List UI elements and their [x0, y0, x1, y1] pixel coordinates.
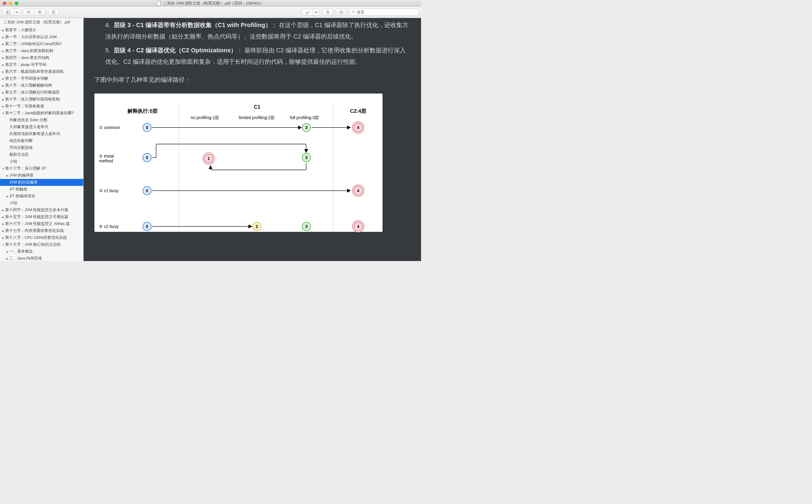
toc-item-label: 第十节：深入理解垃圾回收机制 [5, 97, 60, 102]
highlight-button[interactable] [302, 9, 313, 15]
toc-item[interactable]: ▶第五节：javap 与字节码 [0, 61, 83, 68]
sidebar-toggle-button[interactable] [3, 9, 14, 15]
disclosure-closed-icon[interactable]: ▶ [2, 70, 5, 73]
toc-item-label: JIT 的编译优化 [9, 194, 35, 199]
disclosure-closed-icon[interactable]: ▶ [2, 57, 5, 59]
markup-button[interactable] [336, 9, 347, 16]
window-titlebar: 二哥的 JVM 进阶之路（暗黑完整）.pdf（页码：258/402） [0, 0, 421, 7]
outline-sidebar[interactable]: 二哥的 JVM 进阶之路（暗黑完整）.pdf ▶第零节：小册简介▶第一节：大白话… [0, 18, 84, 261]
toc-item[interactable]: JVM 的分层编译 [0, 179, 83, 186]
toc-item-label: 第十五节：JVM 性能监控之可视化篇 [5, 214, 68, 220]
toc-item[interactable]: ▶第二节：JVM如何运行Java代码? [0, 41, 83, 48]
disclosure-closed-icon[interactable]: ▶ [2, 50, 5, 52]
toc-item[interactable]: ▶第十七节：内存泄露排查优化实战 [0, 227, 83, 234]
toc-item[interactable]: ▶第八节：深入理解栈帧结构 [0, 82, 83, 89]
svg-line-14 [354, 13, 355, 13]
toc-item[interactable]: ▶第十节：深入理解垃圾回收机制 [0, 96, 83, 103]
toc-item-label: 第十一节：垃圾收集器 [5, 104, 44, 109]
disclosure-closed-icon[interactable]: ▶ [6, 257, 9, 260]
toc-item-label: 第一节：大白话带你认识 JVM [5, 35, 57, 40]
disclosure-open-icon[interactable]: ▼ [2, 112, 5, 115]
search-field[interactable] [349, 9, 419, 16]
toc-item-label: 第十七节：内存泄露排查优化实战 [5, 228, 64, 233]
disclosure-closed-icon[interactable]: ▶ [2, 77, 5, 80]
toc-item-label: 栈和方法区 [9, 152, 29, 157]
disclosure-closed-icon[interactable]: ▶ [2, 236, 5, 239]
window-title: 二哥的 JVM 进阶之路（暗黑完整）.pdf（页码：258/402） [0, 1, 421, 6]
toc-item[interactable]: ▶第十五节：JVM 性能监控之可视化篇 [0, 214, 83, 220]
toc-item[interactable]: ▼第十三节：深入理解 JIT [0, 165, 83, 172]
toc-item[interactable]: ▶第十六节：JVM 性能监控之 Arthas 篇 [0, 220, 83, 227]
toc-item-label: 长期存活的对象将进入老年代 [9, 131, 60, 137]
toc-item[interactable]: ▶一、基本概念 [0, 248, 83, 255]
disclosure-closed-icon[interactable]: ▶ [2, 216, 5, 218]
toc-item[interactable]: ▶第九节：深入理解运行时数据区 [0, 89, 83, 96]
sidebar-dropdown-button[interactable] [14, 9, 20, 15]
toc-item-label: 空间分配担保 [9, 145, 33, 150]
toc-item-label: 第十三节：深入理解 JIT [5, 166, 47, 171]
toc-item[interactable]: 小结 [0, 200, 83, 207]
share-button[interactable] [48, 9, 59, 16]
disclosure-closed-icon[interactable]: ▶ [2, 98, 5, 101]
toc-item-label: 小结 [9, 159, 17, 164]
toc-item[interactable]: ▶第一节：大白话带你认识 JVM [0, 34, 83, 41]
toc-item[interactable]: ▼第十二节：Java创建的对象到底放在哪? [0, 110, 83, 117]
toc-item[interactable]: 长期存活的对象将进入老年代 [0, 131, 83, 137]
zoom-out-button[interactable] [23, 9, 34, 15]
toc-item[interactable]: ▶JVM 的编译器 [0, 172, 83, 179]
disclosure-closed-icon[interactable]: ▶ [2, 84, 5, 87]
highlight-dropdown-button[interactable] [313, 9, 319, 15]
disclosure-closed-icon[interactable]: ▶ [6, 250, 9, 253]
zoom-out-icon [26, 10, 31, 15]
toc-item[interactable]: ▼第十九节：JVM 核心知识点总结 [0, 241, 83, 248]
disclosure-closed-icon[interactable]: ▶ [2, 209, 5, 211]
disclosure-closed-icon[interactable]: ▶ [6, 195, 9, 198]
toc-item[interactable]: JIT 的触发 [0, 186, 83, 193]
disclosure-closed-icon[interactable]: ▶ [6, 174, 9, 177]
toc-item-label: 一、基本概念 [9, 249, 33, 254]
toc-item[interactable]: 动态年龄判断 [0, 137, 83, 144]
rotate-button[interactable] [322, 9, 333, 16]
disclosure-open-icon[interactable]: ▼ [2, 243, 5, 246]
search-input[interactable] [357, 10, 417, 14]
toc-item[interactable]: 对象优先在 Eden 分配 [0, 117, 83, 124]
toc-item[interactable]: ▶第十一节：垃圾收集器 [0, 103, 83, 110]
list-item: 4. 层级 3 - C1 编译器带有分析数据收集（C1 with Profili… [105, 19, 410, 42]
zoom-in-button[interactable] [34, 9, 45, 15]
disclosure-closed-icon[interactable]: ▶ [2, 29, 5, 32]
toc-item[interactable]: ▶第四节：Java 类文件结构 [0, 54, 83, 61]
disclosure-closed-icon[interactable]: ▶ [2, 223, 5, 225]
sidebar-title: 二哥的 JVM 进阶之路（暗黑完整）.pdf [0, 18, 83, 27]
toc-item[interactable]: ▶第十八节：CPU 100%排查优化实战 [0, 234, 83, 241]
toc-item[interactable]: 大对象直接进入老年代 [0, 124, 83, 131]
toc-item-label: 第十四节：JVM 性能监控之命令行篇 [5, 207, 68, 213]
disclosure-open-icon[interactable]: ▼ [2, 167, 5, 170]
disclosure-closed-icon[interactable]: ▶ [2, 36, 5, 38]
toc-item[interactable]: ▶第十四节：JVM 性能监控之命令行篇 [0, 207, 83, 214]
disclosure-closed-icon[interactable]: ▶ [2, 43, 5, 45]
toc-item[interactable]: 空间分配担保 [0, 144, 83, 151]
disclosure-closed-icon[interactable]: ▶ [2, 63, 5, 66]
toc-item[interactable]: 栈和方法区 [0, 151, 83, 158]
highlighter-icon [305, 10, 310, 15]
toc-item[interactable]: ▶JIT 的编译优化 [0, 193, 83, 200]
toc-item[interactable]: ▶二、Java 内存区域 [0, 255, 83, 261]
document-icon [157, 1, 161, 6]
svg-line-4 [29, 13, 30, 14]
pdf-content[interactable]: 4. 层级 3 - C1 编译器带有分析数据收集（C1 with Profili… [84, 18, 421, 261]
sidebar-icon [6, 10, 11, 15]
toc-item-label: 第二节：JVM如何运行Java代码? [5, 41, 62, 47]
chevron-down-icon [15, 10, 19, 14]
zoom-in-icon [38, 10, 42, 15]
disclosure-closed-icon[interactable]: ▶ [2, 91, 5, 94]
markup-icon [339, 10, 344, 15]
disclosure-closed-icon[interactable]: ▶ [2, 105, 5, 108]
diagram-arrows [94, 94, 383, 232]
toc-item[interactable]: ▶第七节：字节码指令详解 [0, 75, 83, 82]
disclosure-closed-icon[interactable]: ▶ [2, 229, 5, 232]
toc-item[interactable]: ▶第六节：栈虚拟机和寄存器虚拟机 [0, 68, 83, 75]
toc-item[interactable]: ▶第三节：Java 的类加载机制 [0, 48, 83, 54]
toolbar [0, 7, 421, 18]
toc-item[interactable]: 小结 [0, 158, 83, 165]
toc-item[interactable]: ▶第零节：小册简介 [0, 27, 83, 34]
